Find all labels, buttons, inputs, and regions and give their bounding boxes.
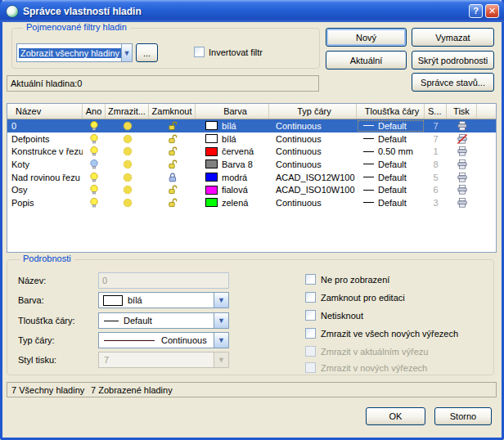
printer-icon[interactable] (457, 197, 468, 209)
layer-filter-combo[interactable]: Zobrazit všechny hladiny ▼ (16, 43, 133, 62)
checkbox[interactable] (305, 328, 316, 339)
delete-button[interactable]: Vymazat (412, 28, 494, 47)
lineweight-cell[interactable]: 0.50 mm (357, 145, 425, 158)
sun-icon[interactable] (122, 146, 133, 157)
lock-icon[interactable] (167, 146, 178, 157)
linetype-combo[interactable]: Continuous ▼ (98, 332, 229, 348)
invert-filter-checkbox[interactable] (194, 47, 205, 57)
printer-icon[interactable] (457, 133, 468, 145)
lineweight-combo[interactable]: Default ▼ (98, 312, 229, 329)
table-row[interactable]: Popis zelená Continuous Default 3 (7, 196, 496, 209)
header-name[interactable]: Název (7, 104, 83, 119)
color-swatch (103, 295, 123, 306)
hide-details-button[interactable]: Skrýt podrobnosti (412, 51, 494, 70)
bulb-icon[interactable] (88, 120, 100, 132)
color-swatch[interactable] (205, 121, 218, 130)
header-linetype[interactable]: Typ čáry (269, 104, 357, 119)
header-on[interactable]: Ano (83, 104, 106, 119)
printer-icon[interactable] (457, 159, 468, 170)
current-layer-bar: Aktuální hladina:0 (7, 75, 319, 92)
table-row[interactable]: Koty Barva 8 Continuous Default 8 (7, 158, 496, 171)
table-row[interactable]: Defpoints bílá Continuous Default 7 (7, 132, 496, 146)
checkbox-row-freeze-new-viewports[interactable]: Zmrazit ve všech nových výřezech (305, 328, 458, 339)
lock-icon[interactable] (167, 172, 178, 183)
lock-icon[interactable] (167, 120, 178, 132)
lineweight-label: Tloušťka čáry: (18, 316, 75, 326)
linetype-cell[interactable]: Continuous (269, 145, 357, 158)
printer-icon[interactable] (457, 120, 468, 132)
close-button[interactable]: ✕ (485, 4, 499, 18)
checkbox[interactable] (305, 310, 316, 321)
color-swatch[interactable] (205, 186, 218, 195)
header-lock[interactable]: Zamknout (149, 104, 196, 119)
lineweight-cell[interactable]: Default (357, 158, 425, 171)
lineweight-cell[interactable]: Default (357, 119, 425, 132)
linetype-cell[interactable]: ACAD_ISO12W100 (269, 171, 357, 184)
bulb-icon[interactable] (88, 133, 100, 145)
invert-filter-row[interactable]: Invertovat filtr (194, 47, 263, 57)
bulb-icon[interactable] (88, 159, 100, 170)
linetype-cell[interactable]: Continuous (269, 196, 357, 209)
sun-icon[interactable] (122, 197, 133, 209)
linetype-cell[interactable]: ACAD_ISO10W100 (269, 183, 357, 196)
title-bar[interactable]: Správce vlastností hladin ? ✕ (0, 0, 504, 22)
help-button[interactable]: ? (469, 4, 483, 18)
sun-icon[interactable] (122, 120, 133, 132)
color-swatch[interactable] (205, 159, 218, 168)
header-lineweight[interactable]: Tloušťka čáry (357, 104, 425, 119)
lock-icon[interactable] (167, 159, 178, 170)
checkbox-row-hide-display[interactable]: Ne pro zobrazení (305, 274, 389, 285)
checkbox[interactable] (305, 274, 316, 285)
lock-icon[interactable] (167, 184, 178, 195)
printer-icon[interactable] (457, 172, 468, 183)
printer-icon[interactable] (457, 146, 468, 157)
layer-table[interactable]: Název Ano Zmrazit... Zamknout Barva Typ … (7, 103, 497, 253)
plotstyle-cell: 5 (425, 171, 447, 184)
lock-icon[interactable] (167, 133, 178, 145)
filter-ellipsis-button[interactable]: ... (136, 43, 158, 62)
chevron-down-icon[interactable]: ▼ (214, 313, 228, 328)
color-swatch[interactable] (205, 134, 218, 143)
chevron-down-icon[interactable]: ▼ (121, 44, 132, 61)
checkbox-row-lock-edit[interactable]: Zamknout pro editaci (305, 292, 405, 303)
table-row[interactable]: 0 bílá Continuous Default 7 (7, 119, 496, 132)
linetype-cell[interactable]: Continuous (269, 119, 357, 132)
checkbox-row-no-plot[interactable]: Netisknout (305, 310, 363, 321)
table-row[interactable]: Osy fialová ACAD_ISO10W100 Default 6 (7, 183, 496, 196)
color-swatch[interactable] (205, 173, 218, 182)
table-row[interactable]: Konstrukce v řezu červená Continuous 0.5… (7, 145, 496, 158)
bulb-icon[interactable] (88, 184, 100, 195)
bulb-icon[interactable] (88, 197, 100, 209)
lineweight-cell[interactable]: Default (357, 196, 425, 209)
state-manager-button[interactable]: Správce stavů... (412, 73, 494, 92)
header-plotstyle[interactable]: S... (425, 104, 447, 119)
sun-icon[interactable] (122, 184, 133, 195)
current-button[interactable]: Aktuální (326, 51, 407, 70)
cancel-button[interactable]: Storno (434, 407, 492, 425)
table-row[interactable]: Nad rovinou řezu modrá ACAD_ISO12W100 De… (7, 171, 496, 184)
color-swatch[interactable] (205, 198, 218, 207)
header-plot[interactable]: Tisk (447, 104, 477, 119)
bulb-icon[interactable] (88, 172, 100, 183)
details-groupbox (7, 259, 494, 375)
linetype-cell[interactable]: Continuous (269, 132, 357, 146)
sun-icon[interactable] (122, 159, 133, 170)
header-freeze[interactable]: Zmrazit... (106, 104, 149, 119)
linetype-cell[interactable]: Continuous (269, 158, 357, 171)
bulb-icon[interactable] (88, 146, 100, 157)
header-color[interactable]: Barva (196, 104, 269, 119)
new-button[interactable]: Nový (326, 28, 407, 47)
lineweight-cell[interactable]: Default (357, 132, 425, 146)
color-swatch[interactable] (205, 147, 218, 156)
lineweight-cell[interactable]: Default (357, 171, 425, 184)
ok-button[interactable]: OK (366, 407, 425, 425)
sun-icon[interactable] (122, 172, 133, 183)
lineweight-cell[interactable]: Default (357, 183, 425, 196)
lock-icon[interactable] (167, 197, 178, 209)
checkbox[interactable] (305, 292, 316, 303)
chevron-down-icon[interactable]: ▼ (214, 333, 228, 348)
chevron-down-icon[interactable]: ▼ (214, 293, 228, 308)
printer-icon[interactable] (457, 184, 468, 195)
color-combo[interactable]: bílá ▼ (98, 292, 229, 308)
sun-icon[interactable] (122, 133, 133, 145)
